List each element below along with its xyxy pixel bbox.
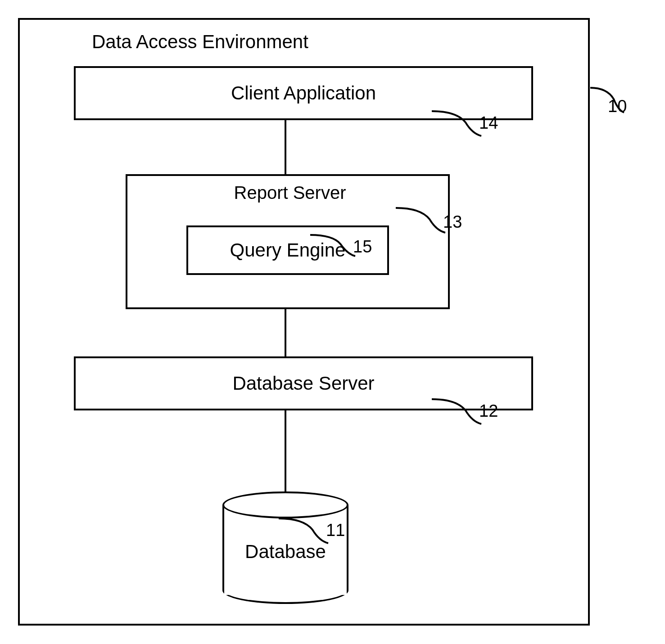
ref-label-12: 12 (479, 401, 498, 421)
diagram-title: Data Access Environment (92, 31, 570, 53)
cylinder-top (222, 491, 348, 518)
query-engine-label: Query Engine (230, 239, 346, 261)
database-server-label: Database Server (232, 373, 374, 394)
connector-client-to-report (285, 120, 286, 174)
diagram-stack: Client Application Report Server Query E… (38, 66, 570, 606)
ref-label-14: 14 (479, 113, 498, 133)
connector-report-to-dbserver (285, 309, 286, 356)
database-cylinder: Database (222, 491, 348, 604)
database-server-box: Database Server (74, 356, 533, 410)
outer-environment-box: Data Access Environment Client Applicati… (18, 18, 590, 626)
diagram-container: Data Access Environment Client Applicati… (18, 18, 648, 626)
report-server-box: Report Server Query Engine (126, 174, 450, 309)
database-label: Database (222, 541, 348, 563)
ref-label-10: 10 (608, 97, 627, 116)
ref-label-13: 13 (443, 212, 462, 232)
ref-label-15: 15 (353, 237, 372, 257)
cylinder-bottom-fill (224, 581, 347, 595)
client-application-label: Client Application (231, 82, 376, 104)
ref-label-11: 11 (326, 521, 345, 540)
report-server-label: Report Server (145, 183, 434, 203)
client-application-box: Client Application (74, 66, 533, 120)
connector-dbserver-to-database (285, 410, 286, 491)
